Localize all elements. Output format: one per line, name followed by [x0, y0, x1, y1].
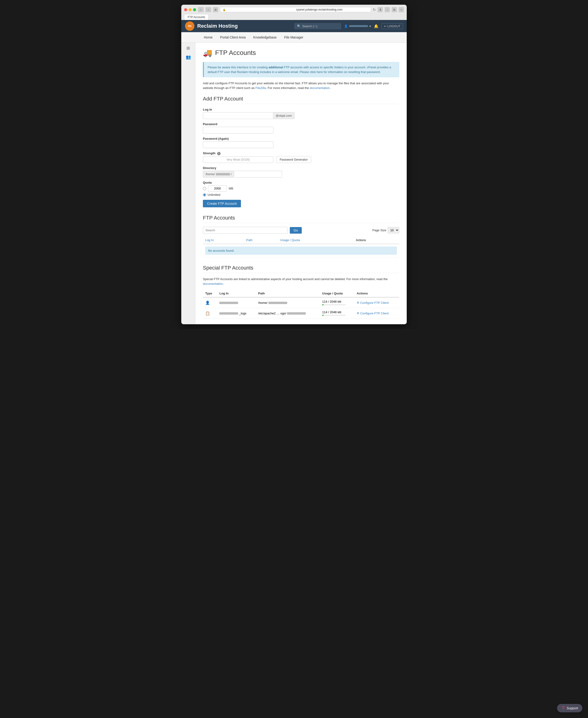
password-again-label: Password (Again)	[203, 137, 399, 141]
configure-ftp-client-link-1[interactable]: ⚙ Configure FTP Client	[357, 301, 397, 304]
info-text-before: Please be aware this interface is for cr…	[208, 65, 268, 69]
ftp-icon: 🚚	[203, 48, 212, 57]
col-quota: Quota	[292, 238, 300, 242]
nav-knowledgebase[interactable]: Knowledgebase	[249, 32, 280, 42]
special-login-2-blurred	[219, 312, 238, 315]
special-usage-bar-fill-1	[322, 304, 323, 305]
col-actions: Actions	[354, 236, 399, 244]
create-ftp-account-button[interactable]: Create FTP Account	[203, 200, 241, 207]
users-icon[interactable]: 👥	[186, 55, 191, 60]
special-ftp-desc: Special FTP Accounts are linked to admin…	[203, 277, 399, 286]
refresh-button[interactable]: ↻	[373, 8, 376, 12]
login-label: Log In	[203, 108, 399, 111]
forward-button[interactable]: ›	[206, 7, 211, 12]
ftp-accounts-section: FTP Accounts Go Page Size 10 25 50	[203, 215, 399, 257]
password-again-input[interactable]	[203, 141, 273, 148]
desc-text2: . For more information, read the	[266, 86, 310, 90]
col-usage: Usage	[280, 238, 289, 242]
documentation-link[interactable]: documentation	[310, 86, 330, 90]
gear-icon-2: ⚙	[357, 312, 359, 315]
special-col-path: Path	[256, 290, 320, 297]
special-path-1-prefix: /home/	[258, 301, 268, 304]
directory-input[interactable]	[235, 171, 282, 177]
traffic-lights	[184, 8, 196, 11]
ftp-search-input[interactable]	[203, 227, 288, 234]
ftp-search-go-button[interactable]: Go	[290, 227, 302, 234]
address-bar[interactable]: 🔒 cpanel.yolatengo.reclaimhosting.com	[220, 7, 371, 12]
ftp-accounts-title: FTP Accounts	[203, 215, 399, 223]
quota-value-input[interactable]	[208, 185, 227, 192]
nav-home[interactable]: Home	[200, 32, 216, 42]
configure-ftp-client-link-2[interactable]: ⚙ Configure FTP Client	[357, 312, 397, 315]
strength-info-icon[interactable]: ℹ	[217, 152, 220, 155]
copy-button[interactable]: ⧉	[392, 7, 397, 12]
special-doc-end: .	[223, 282, 224, 286]
app-header: RH Reclaim Hosting 🔍 Search ( / ) 👤 ▾ 🔔 …	[181, 20, 407, 32]
notifications-bell-icon[interactable]: 🔔	[374, 24, 379, 28]
nav-file-manager[interactable]: File Manager	[280, 32, 307, 42]
password-input[interactable]	[203, 127, 273, 133]
logo: RH	[185, 21, 194, 31]
main-nav: Home Portal Client Area Knowledgebase Fi…	[181, 32, 407, 43]
login-input[interactable]	[203, 112, 273, 119]
special-usage-1: 114 / 2048	[322, 300, 337, 303]
col-usage-quota: Usage / Quota	[278, 236, 353, 244]
back-button[interactable]: ‹	[198, 7, 204, 12]
password-label: Password	[203, 122, 399, 126]
login-input-group: @slqat.com	[203, 112, 399, 119]
logout-button[interactable]: ↩ LOGOUT	[381, 23, 403, 29]
quota-unit: MB	[229, 187, 233, 190]
sidebar-toggle-button[interactable]: ⊞	[213, 7, 218, 12]
logout-icon: ↩	[384, 24, 386, 28]
special-ftp-section: Special FTP Accounts Special FTP Account…	[203, 265, 399, 319]
active-tab[interactable]: FTP Accounts	[184, 14, 209, 20]
special-login-1-blurred	[219, 302, 238, 304]
desc-text3: .	[330, 86, 331, 90]
gear-icon-1: ⚙	[357, 301, 359, 304]
domain-suffix: @slqat.com	[273, 112, 294, 119]
new-tab-button[interactable]: +	[399, 7, 404, 12]
special-path-2: /etc/apache2 … ogs/	[258, 312, 286, 315]
special-row-1: 👤 /home/ 114 / 2048 MB	[203, 297, 399, 308]
logs-type-icon: 📋	[205, 311, 210, 315]
special-col-actions: Actions	[354, 290, 399, 297]
user-type-icon: 👤	[205, 301, 210, 305]
share-button[interactable]: ↑	[385, 7, 390, 12]
minimize-window-btn[interactable]	[189, 8, 192, 11]
strength-bar-container: Very Weak (0/100)	[203, 156, 273, 163]
info-box: Please be aware this interface is for cr…	[203, 62, 399, 77]
special-path-1-blurred	[268, 302, 287, 304]
dir-prefix: /home//	[203, 171, 234, 177]
page-size-label: Page Size	[373, 229, 386, 232]
maximize-window-btn[interactable]	[193, 8, 196, 11]
close-window-btn[interactable]	[184, 8, 187, 11]
filezilla-link[interactable]: FileZilla	[255, 86, 266, 90]
download-button[interactable]: ⬇	[378, 7, 383, 12]
grid-icon[interactable]: ⊞	[186, 45, 190, 51]
header-search-button[interactable]: 🔍 Search ( / )	[294, 23, 341, 29]
nav-portal[interactable]: Portal Client Area	[216, 32, 249, 42]
strength-row: Very Weak (0/100) Password Generator	[203, 156, 399, 163]
strength-label: Strength ℹ	[203, 151, 399, 155]
quota-radio-unlimited[interactable]	[203, 193, 206, 196]
no-accounts-message: No accounts found.	[205, 247, 397, 255]
user-icon: 👤	[344, 24, 348, 28]
info-bold: additional	[268, 65, 283, 69]
special-doc-link[interactable]: documentation	[203, 282, 223, 286]
dir-blurred-username	[216, 173, 230, 175]
quota-radio-mb[interactable]	[203, 187, 206, 190]
sidebar-panel: ⊞ 👥	[181, 43, 195, 324]
special-col-login: Log In	[217, 290, 256, 297]
col-path[interactable]: Path	[244, 236, 278, 244]
quota-input-row: MB	[203, 185, 399, 192]
special-ftp-table: Type Log In Path Usage / Quota Actions 👤	[203, 290, 399, 319]
password-generator-button[interactable]: Password Generator	[276, 156, 311, 163]
col-login[interactable]: Log In	[203, 236, 244, 244]
special-desc-text: Special FTP Accounts are linked to admin…	[203, 277, 388, 281]
special-usage-2: 114 / 2048	[322, 310, 337, 314]
info-text-end: for information on resetting that passwo…	[323, 70, 380, 74]
lock-icon: 🔒	[223, 8, 295, 11]
info-click-here-link[interactable]: click here	[310, 70, 323, 74]
quota-form-group: Quota MB Unlimited	[203, 181, 399, 196]
page-size-select[interactable]: 10 25 50	[388, 227, 399, 233]
